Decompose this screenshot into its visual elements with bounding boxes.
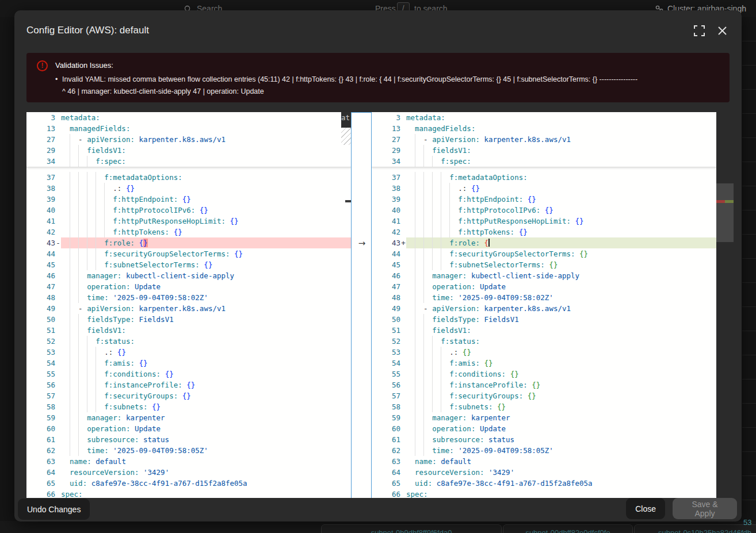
code-line[interactable]: 57 f:securityGroups: {} [372,390,716,401]
diff-original-pane[interactable]: 37 f:metadataOptions:38 .: {}39 f:httpEn… [26,112,351,498]
code-line[interactable]: 39 f:httpEndpoint: {} [26,194,351,205]
code-line[interactable]: 37 f:metadataOptions: [26,172,351,183]
undo-changes-button[interactable]: Undo Changes [18,499,90,520]
diff-sign [55,281,61,292]
code-line[interactable]: 48 time: '2025-09-04T09:58:02Z' [372,292,716,303]
code-line[interactable]: 53 .: {} [372,347,716,358]
code-line[interactable]: 29 fieldsV1: [372,145,716,156]
alert-message: •Invalid YAML: missed comma between flow… [55,74,723,98]
code-line[interactable]: 64 resourceVersion: '3429' [26,467,351,478]
code-line[interactable]: 54 f:amis: {} [372,358,716,369]
expand-icon[interactable] [694,25,705,36]
revert-change-arrow[interactable]: → [352,238,372,249]
code-line[interactable]: 42 f:httpTokens: {} [372,227,716,237]
code-line[interactable]: 34 f:spec: [372,156,716,167]
code-line[interactable]: 47 operation: Update [372,281,716,292]
code-line[interactable]: 60 operation: Update [372,423,716,434]
save-apply-button[interactable]: Save & Apply [673,498,737,519]
indent-guide [78,325,79,336]
indent-guide [78,248,79,259]
code-line[interactable]: 63 name: default [372,456,716,467]
code-line[interactable]: 45 f:subnetSelectorTerms: {} [26,259,351,270]
code-line[interactable]: 66spec: [372,489,716,498]
code-line[interactable]: 44 f:securityGroupSelectorTerms: {} [372,248,716,259]
indent-guide [96,259,96,270]
code-line[interactable]: 64 resourceVersion: '3429' [372,467,716,478]
diff-sign [400,281,406,292]
diff-overview-ruler[interactable] [716,112,734,498]
code-line[interactable]: 40 f:httpProtocolIPv6: {} [26,205,351,216]
code-line[interactable]: 41 f:httpPutResponseHopLimit: {} [26,216,351,227]
code-line[interactable]: 13 managedFields: [26,123,351,134]
line-number: 63 [372,456,400,467]
code-line[interactable]: 55 f:conditions: {} [26,369,351,379]
code-line[interactable]: 65 uid: c8afe97e-38cc-4f91-a767-d15f2a8f… [26,478,351,489]
code-line[interactable]: 58 f:subnets: {} [26,401,351,412]
subnet-link[interactable]: subnet-0c10b25ba82d46fdb [634,524,756,533]
code-line[interactable]: 46 manager: kubectl-client-side-apply [26,270,351,281]
yaml-diff-editor[interactable]: 37 f:metadataOptions:38 .: {}39 f:httpEn… [26,112,734,498]
code-line[interactable]: 3metadata: [26,112,351,123]
code-line[interactable]: 38 .: {} [372,183,716,194]
code-line[interactable]: 59 manager: karpenter [26,412,351,423]
subnet-link[interactable]: subnet-00dbff82e0dfcf0fe [503,524,633,533]
code-line[interactable]: 59 manager: karpenter [372,412,716,423]
indent-guide [441,390,441,401]
code-line[interactable]: 27 - apiVersion: karpenter.k8s.aws/v1 [372,134,716,145]
indent-guide [96,237,96,248]
indent-guide [415,259,415,270]
code-line[interactable]: 39 f:httpEndpoint: {} [372,194,716,205]
code-line[interactable]: 50 fieldsType: FieldsV1 [26,314,351,325]
code-line[interactable]: 34 f:spec: [26,156,351,167]
code-line[interactable]: 37 f:metadataOptions: [372,172,716,183]
indent-guide [78,259,79,270]
code-line[interactable]: 44 f:securityGroupSelectorTerms: {} [26,248,351,259]
code-line[interactable]: 60 operation: Update [26,423,351,434]
code-line[interactable]: 56 f:instanceProfile: {} [26,379,351,390]
code-line[interactable]: 61 subresource: status [26,434,351,445]
code-line[interactable]: 40 f:httpProtocolIPv6: {} [372,205,716,216]
code-line[interactable]: 27 - apiVersion: karpenter.k8s.aws/v1 [26,134,351,145]
diff-modified-pane[interactable]: 37 f:metadataOptions:38 .: {}39 f:httpEn… [372,112,716,498]
code-line[interactable]: 48 time: '2025-09-04T09:58:02Z' [26,292,351,303]
code-line[interactable]: 52 f:status: [26,336,351,347]
code-line[interactable]: 42 f:httpTokens: {} [26,227,351,237]
indent-guide [415,401,415,412]
code-line[interactable]: 13 managedFields: [372,123,716,134]
code-line[interactable]: 57 f:securityGroups: {} [26,390,351,401]
code-line[interactable]: 41 f:httpPutResponseHopLimit: {} [372,216,716,227]
code-line[interactable]: 38 .: {} [26,183,351,194]
code-line[interactable]: 53 .: {} [26,347,351,358]
code-line[interactable]: 51 fieldsV1: [372,325,716,336]
line-number: 40 [26,205,55,216]
close-button[interactable]: Close [626,498,665,519]
code-line[interactable]: 61 subresource: status [372,434,716,445]
code-line[interactable]: 63 name: default [26,456,351,467]
code-line[interactable]: 49 - apiVersion: karpenter.k8s.aws/v1 [26,303,351,314]
code-line[interactable]: 29 fieldsV1: [26,145,351,156]
close-icon[interactable] [717,25,728,36]
code-line[interactable]: 62 time: '2025-09-04T09:58:05Z' [372,445,716,456]
code-line[interactable]: 45 f:subnetSelectorTerms: {} [372,259,716,270]
code-line[interactable]: 56 f:instanceProfile: {} [372,379,716,390]
diff-sign [55,248,61,259]
code-line[interactable]: 43- f:role: {} [26,237,351,248]
code-line[interactable]: 55 f:conditions: {} [372,369,716,379]
code-line[interactable]: 43+ f:role: { [372,237,716,248]
subnet-link[interactable]: subnet-0b9dbf8ff9f6fda0 [321,524,502,533]
code-line[interactable]: 3metadata: [372,112,716,123]
code-line[interactable]: 51 fieldsV1: [26,325,351,336]
code-line[interactable]: 54 f:amis: {} [26,358,351,369]
indent-guide [78,336,79,347]
code-line[interactable]: 46 manager: kubectl-client-side-apply [372,270,716,281]
indent-guide [78,401,79,412]
code-line[interactable]: 66spec: [26,489,351,498]
code-line[interactable]: 52 f:status: [372,336,716,347]
code-line[interactable]: 58 f:subnets: {} [372,401,716,412]
line-number: 51 [26,325,55,336]
code-line[interactable]: 49 - apiVersion: karpenter.k8s.aws/v1 [372,303,716,314]
code-line[interactable]: 47 operation: Update [26,281,351,292]
code-line[interactable]: 50 fieldsType: FieldsV1 [372,314,716,325]
code-line[interactable]: 65 uid: c8afe97e-38cc-4f91-a767-d15f2a8f… [372,478,716,489]
code-line[interactable]: 62 time: '2025-09-04T09:58:05Z' [26,445,351,456]
